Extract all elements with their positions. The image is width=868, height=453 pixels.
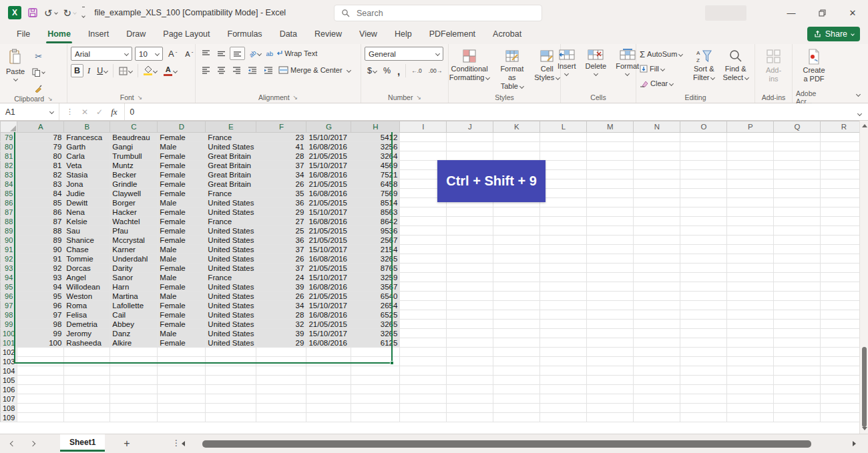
cell-L82[interactable] xyxy=(540,161,587,170)
cell-D90[interactable]: Female xyxy=(158,236,206,245)
cell-E84[interactable]: Great Britain xyxy=(206,179,256,189)
cell-A99[interactable]: 98 xyxy=(17,320,64,329)
cell-A91[interactable]: 90 xyxy=(17,245,64,254)
row-header-99[interactable]: 99 xyxy=(1,320,17,329)
cell-D92[interactable]: Male xyxy=(158,254,206,264)
cell-J106[interactable] xyxy=(447,385,493,394)
cell-B85[interactable]: Judie xyxy=(64,189,110,198)
cell-E103[interactable] xyxy=(206,357,256,366)
cell-N92[interactable] xyxy=(634,254,680,264)
cell-P94[interactable] xyxy=(727,273,774,282)
font-color-button[interactable]: A xyxy=(161,64,180,77)
cell-C87[interactable]: Hacker xyxy=(110,207,158,217)
cell-F93[interactable]: 37 xyxy=(256,264,306,273)
cell-N83[interactable] xyxy=(634,170,680,179)
cell-J79[interactable] xyxy=(447,133,493,142)
cell-H100[interactable]: 3265 xyxy=(351,329,400,338)
column-header-E[interactable]: E xyxy=(206,121,256,133)
column-header-C[interactable]: C xyxy=(110,121,158,133)
cell-A104[interactable] xyxy=(17,366,64,376)
cell-K92[interactable] xyxy=(493,254,540,264)
cell-K101[interactable] xyxy=(493,338,540,348)
cell-N84[interactable] xyxy=(634,179,680,189)
cell-N108[interactable] xyxy=(634,404,680,413)
cell-N107[interactable] xyxy=(634,394,680,404)
cell-E80[interactable]: United States xyxy=(206,142,256,151)
align-bottom-button[interactable] xyxy=(230,47,245,60)
cell-E92[interactable]: United States xyxy=(206,254,256,264)
cell-Q80[interactable] xyxy=(774,142,821,151)
cell-H96[interactable]: 6540 xyxy=(351,292,400,301)
cell-P80[interactable] xyxy=(727,142,774,151)
cell-G92[interactable]: 16/08/2016 xyxy=(306,254,351,264)
cell-M94[interactable] xyxy=(587,273,634,282)
cell-F84[interactable]: 26 xyxy=(256,179,306,189)
cell-H81[interactable]: 3264 xyxy=(351,151,400,161)
cell-L91[interactable] xyxy=(540,245,587,254)
next-sheet-button[interactable] xyxy=(30,441,35,446)
cell-C95[interactable]: Harn xyxy=(110,282,158,292)
cell-Q103[interactable] xyxy=(774,357,821,366)
cell-I80[interactable] xyxy=(400,142,447,151)
cut-button[interactable]: ✂ xyxy=(30,49,47,63)
cell-A97[interactable]: 96 xyxy=(17,301,64,310)
cell-Q101[interactable] xyxy=(774,338,821,348)
cell-E101[interactable]: United States xyxy=(206,338,256,348)
cell-H105[interactable] xyxy=(351,376,400,385)
tab-help[interactable]: Help xyxy=(386,26,421,44)
cell-C96[interactable]: Martina xyxy=(110,292,158,301)
cell-L101[interactable] xyxy=(540,338,587,348)
cell-H88[interactable]: 8642 xyxy=(351,217,400,226)
cell-C81[interactable]: Trumbull xyxy=(110,151,158,161)
cell-D95[interactable]: Female xyxy=(158,282,206,292)
cell-L98[interactable] xyxy=(540,310,587,320)
cell-P84[interactable] xyxy=(727,179,774,189)
cell-C104[interactable] xyxy=(110,366,158,376)
cell-F101[interactable]: 29 xyxy=(256,338,306,348)
cell-P85[interactable] xyxy=(727,189,774,198)
cell-J90[interactable] xyxy=(447,236,493,245)
cell-C88[interactable]: Wachtel xyxy=(110,217,158,226)
cell-M97[interactable] xyxy=(587,301,634,310)
cell-M102[interactable] xyxy=(587,348,634,357)
cell-J81[interactable] xyxy=(447,151,493,161)
cell-A109[interactable] xyxy=(17,413,64,422)
cell-Q105[interactable] xyxy=(774,376,821,385)
cell-F99[interactable]: 32 xyxy=(256,320,306,329)
column-header-O[interactable]: O xyxy=(680,121,727,133)
cell-I101[interactable] xyxy=(400,338,447,348)
cell-M90[interactable] xyxy=(587,236,634,245)
cell-K90[interactable] xyxy=(493,236,540,245)
cell-O79[interactable] xyxy=(680,133,727,142)
font-name-select[interactable]: Arial xyxy=(71,47,132,61)
cell-D109[interactable] xyxy=(158,413,206,422)
increase-indent-button[interactable] xyxy=(261,63,276,77)
cell-K106[interactable] xyxy=(493,385,540,394)
cell-Q91[interactable] xyxy=(774,245,821,254)
cell-D84[interactable]: Female xyxy=(158,179,206,189)
cell-J107[interactable] xyxy=(447,394,493,404)
cell-D99[interactable]: Female xyxy=(158,320,206,329)
column-header-A[interactable]: A xyxy=(17,121,64,133)
font-size-select[interactable]: 10 xyxy=(135,47,163,61)
cell-I93[interactable] xyxy=(400,264,447,273)
cell-B102[interactable] xyxy=(64,348,110,357)
cell-M109[interactable] xyxy=(587,413,634,422)
cell-J105[interactable] xyxy=(447,376,493,385)
cell-O87[interactable] xyxy=(680,207,727,217)
cell-K81[interactable] xyxy=(493,151,540,161)
tab-insert[interactable]: Insert xyxy=(79,26,118,44)
cell-M95[interactable] xyxy=(587,282,634,292)
cell-Q99[interactable] xyxy=(774,320,821,329)
cell-C82[interactable]: Muntz xyxy=(110,161,158,170)
cell-I97[interactable] xyxy=(400,301,447,310)
cell-A81[interactable]: 80 xyxy=(17,151,64,161)
cell-G93[interactable]: 21/05/2015 xyxy=(306,264,351,273)
align-left-button[interactable] xyxy=(199,63,213,77)
account-area[interactable] xyxy=(705,5,746,21)
cell-O99[interactable] xyxy=(680,320,727,329)
cell-E96[interactable]: United States xyxy=(206,292,256,301)
cell-G87[interactable]: 15/10/2017 xyxy=(306,207,351,217)
row-header-96[interactable]: 96 xyxy=(1,292,17,301)
search-box[interactable] xyxy=(334,5,542,21)
